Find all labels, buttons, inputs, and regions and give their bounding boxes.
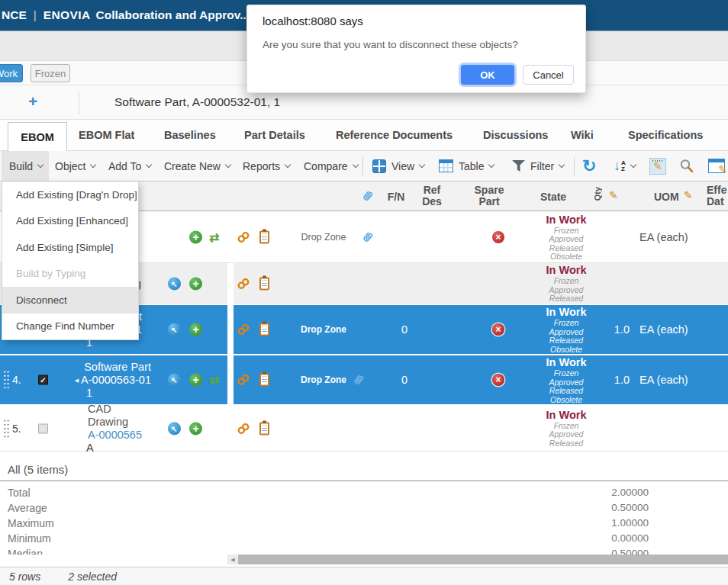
table-row-4[interactable]: 4.✓Software Part◀A-0000563-011↖+⇄Drop Zo… [0,355,728,406]
summary-label: Maximum [8,517,54,529]
uom-edit-pencil-icon[interactable]: ✎ [684,189,693,201]
spare-part-no-icon[interactable]: × [492,231,504,243]
column-header-eff-date[interactable]: EffeDat [707,185,728,207]
connect-link-icon[interactable] [237,230,250,244]
column-header-qty[interactable]: Qty [593,187,602,201]
cancel-button[interactable]: Cancel [523,65,574,85]
attachment-column-paperclip-icon[interactable] [362,190,374,202]
clipboard-icon[interactable] [259,374,269,387]
connect-link-icon[interactable] [237,422,250,436]
add-child-icon[interactable]: + [189,278,202,291]
filter-menu-button[interactable]: Filter [512,151,564,181]
menu-item-add-existing-drag-n-drop-[interactable]: Add Existing [Drag'n Drop] [2,182,138,208]
qty-cell: 1.0 [588,374,630,386]
connect-link-icon[interactable] [237,373,250,387]
uom-cell: EA (each) [639,231,725,243]
tab-specifications[interactable]: Specifications [628,129,703,141]
ok-button[interactable]: OK [461,65,514,85]
add-child-icon[interactable]: + [189,230,202,243]
clipboard-icon[interactable] [259,323,269,336]
view-grid-icon [372,159,386,173]
search-icon [678,158,695,175]
table-menu-button[interactable]: Table [439,151,494,181]
search-button[interactable] [678,151,695,181]
connect-link-icon[interactable] [237,277,250,291]
replace-revision-icon[interactable]: ⇄ [209,230,219,244]
tab-ebom-flat[interactable]: EBOM Flat [79,129,134,141]
summary-value: 1.00000 [611,517,649,529]
row-checkbox[interactable]: ✓ [38,375,48,385]
table-row-5[interactable]: 5.CAD DrawingA-0000565A↖+In WorkFrozenAp… [0,406,728,452]
go-to-icon[interactable]: ↖ [168,323,181,336]
add-child-icon[interactable]: + [189,422,202,435]
mass-edit-button[interactable]: ✎ [708,151,725,181]
dialog-title: localhost:8080 says [263,14,573,27]
column-divider [227,263,234,304]
view-menu-button[interactable]: View [372,151,424,181]
tab-discussions[interactable]: Discussions [483,129,548,141]
add-to-menu-button[interactable]: Add To [108,151,151,181]
go-to-icon[interactable]: ↖ [168,278,181,291]
chevron-down-icon [285,162,291,168]
menu-item-disconnect[interactable]: Disconnect [2,287,138,313]
paperclip-icon[interactable] [353,374,365,386]
expand-marker-icon[interactable]: ◀ [75,378,79,383]
object-type: CAD Drawing [61,403,151,429]
column-header-spare-part[interactable]: Spare Part [464,185,514,207]
drag-handle-icon[interactable] [3,370,10,390]
sort-arrow-icon: ↓ [614,158,620,174]
summary-stats: Total2.00000Average0.50000Maximum1.00000… [0,481,728,554]
drop-zone[interactable]: Drop Zone [288,324,359,335]
compare-menu-button[interactable]: Compare [304,151,358,181]
summary-value: 0.50000 [611,502,649,513]
scroll-left-arrow-icon[interactable]: ◀ [227,557,238,563]
tab-baselines[interactable]: Baselines [164,129,216,141]
connect-link-icon[interactable] [237,323,250,336]
column-header-fn[interactable]: F/N [382,191,411,203]
refresh-button[interactable]: ↻ [582,151,596,181]
sort-button[interactable]: ↓AZ [614,151,636,181]
reports-menu-button[interactable]: Reports [243,151,290,181]
tab-ebom[interactable]: EBOM [8,122,67,152]
tab-part-details[interactable]: Part Details [244,129,305,141]
tab-reference-documents[interactable]: Reference Documents [336,129,453,141]
spare-part-no-icon[interactable]: × [492,323,504,336]
replace-revision-icon[interactable]: ⇄ [209,373,219,387]
clipboard-icon[interactable] [259,278,269,291]
go-to-icon[interactable]: ↖ [168,422,181,435]
tab-wiki[interactable]: Wiki [571,129,594,141]
add-child-icon[interactable]: + [189,323,202,336]
spare-part-no-icon[interactable]: × [492,374,504,386]
part-number[interactable]: A-0000565 [88,429,142,441]
build-menu-button[interactable]: Build [2,151,49,181]
frozen-toggle-button[interactable]: Frozen [31,64,70,82]
edit-button[interactable]: ✎ [649,151,666,181]
menu-item-change-find-number[interactable]: Change Find Number [2,313,138,340]
drop-zone[interactable]: Drop Zone [288,232,359,243]
expand-plus-icon[interactable]: + [28,92,37,111]
paperclip-icon[interactable] [362,231,374,243]
column-header-ref-des[interactable]: Ref Des [415,185,449,207]
add-child-icon[interactable]: + [189,374,202,387]
menu-item-add-existing-simple-[interactable]: Add Existing [Simple] [2,234,138,261]
drop-zone[interactable]: Drop Zone [288,374,359,385]
object-name: CAD DrawingA-0000565A [61,403,151,455]
column-divider [227,355,234,404]
go-to-icon[interactable]: ↖ [168,374,181,387]
menu-item-add-existing-enhanced-[interactable]: Add Existing [Enhanced] [2,208,138,235]
table-icon [439,159,453,172]
drag-handle-icon[interactable] [3,419,10,439]
work-toggle-button[interactable]: Work [0,64,23,82]
toolbar-divider [574,157,575,175]
summary-value: 0.00000 [611,532,649,544]
row-checkbox[interactable] [38,423,48,433]
create-new-menu-button[interactable]: Create New [164,151,230,181]
column-header-uom[interactable]: UOM [654,191,679,203]
clipboard-icon[interactable] [259,422,269,435]
qty-edit-pencil-icon[interactable]: ✎ [609,189,618,201]
scrollbar-thumb[interactable] [238,554,728,564]
column-header-state[interactable]: State [536,191,571,203]
object-menu-button[interactable]: Object [55,151,95,181]
horizontal-scrollbar[interactable]: ◀ [227,554,728,564]
clipboard-icon[interactable] [259,230,269,243]
